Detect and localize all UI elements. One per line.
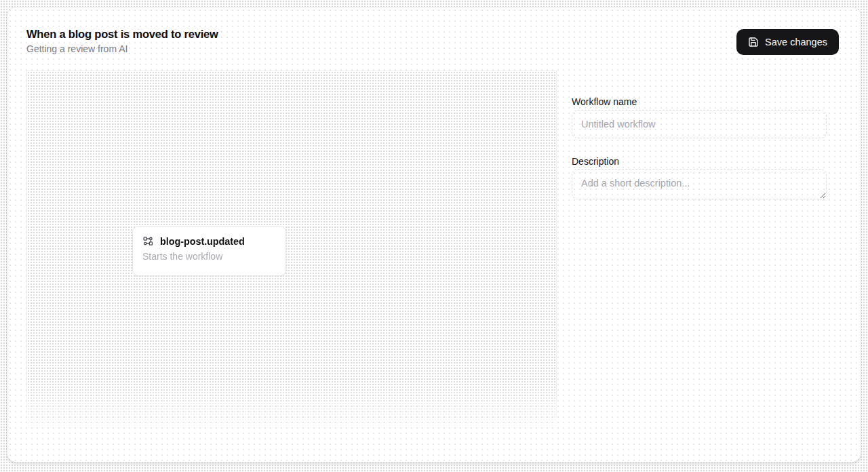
save-button-label: Save changes [765,37,827,47]
save-changes-button[interactable]: Save changes [736,29,839,55]
app-card: When a blog post is moved to review Gett… [7,7,861,463]
node-subtitle: Starts the workflow [142,251,276,262]
workflow-canvas[interactable]: blog-post.updated Starts the workflow [26,71,557,435]
page-subtitle: Getting a review from AI [26,43,218,54]
save-icon [748,37,759,47]
workflow-trigger-icon [142,235,154,247]
workflow-name-input[interactable] [572,110,827,138]
description-textarea[interactable] [572,169,827,199]
workflow-name-label: Workflow name [572,96,637,107]
trigger-node-header: blog-post.updated [142,235,276,247]
trigger-node-card[interactable]: blog-post.updated Starts the workflow [132,226,286,276]
description-label: Description [572,156,619,167]
node-title: blog-post.updated [160,236,245,247]
page-title: When a blog post is moved to review [26,28,218,41]
header: When a blog post is moved to review Gett… [26,28,218,54]
